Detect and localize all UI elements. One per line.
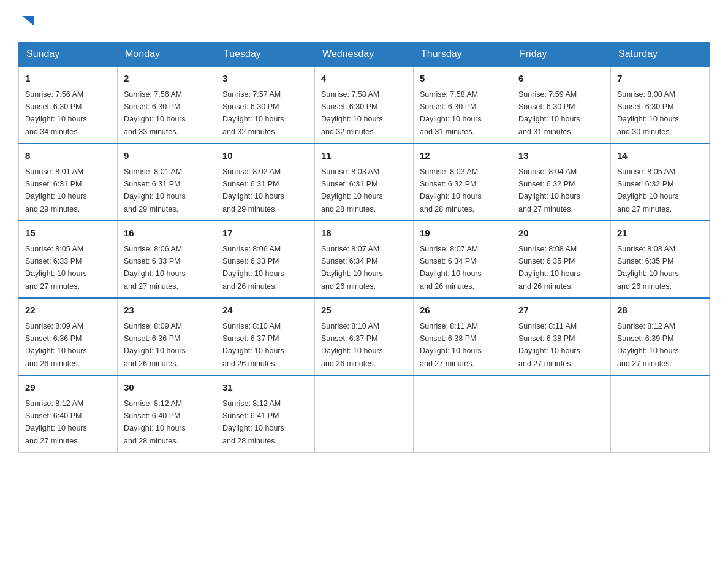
calendar-cell: 1Sunrise: 7:56 AMSunset: 6:30 PMDaylight…	[19, 66, 118, 144]
day-number: 12	[420, 149, 506, 163]
calendar-cell: 8Sunrise: 8:01 AMSunset: 6:31 PMDaylight…	[19, 144, 118, 221]
calendar-cell: 22Sunrise: 8:09 AMSunset: 6:36 PMDayligh…	[19, 298, 118, 375]
day-number: 16	[124, 226, 210, 240]
calendar-cell: 25Sunrise: 8:10 AMSunset: 6:37 PMDayligh…	[315, 298, 414, 375]
calendar-cell: 30Sunrise: 8:12 AMSunset: 6:40 PMDayligh…	[118, 375, 216, 453]
calendar-cell: 7Sunrise: 8:00 AMSunset: 6:30 PMDaylight…	[611, 66, 710, 144]
calendar-cell: 2Sunrise: 7:56 AMSunset: 6:30 PMDaylight…	[118, 66, 216, 144]
calendar-cell: 29Sunrise: 8:12 AMSunset: 6:40 PMDayligh…	[19, 375, 118, 453]
day-number: 14	[617, 149, 703, 163]
day-number: 7	[617, 72, 703, 86]
day-number: 17	[222, 226, 308, 240]
calendar-cell: 24Sunrise: 8:10 AMSunset: 6:37 PMDayligh…	[216, 298, 315, 375]
col-header-sunday: Sunday	[19, 42, 118, 67]
col-header-monday: Monday	[118, 42, 216, 67]
calendar-cell: 5Sunrise: 7:58 AMSunset: 6:30 PMDaylight…	[414, 66, 512, 144]
day-number: 8	[25, 149, 111, 163]
day-number: 5	[420, 72, 506, 86]
day-number: 1	[25, 72, 111, 86]
day-info: Sunrise: 8:03 AMSunset: 6:32 PMDaylight:…	[420, 167, 482, 213]
day-number: 29	[25, 381, 111, 395]
day-number: 11	[321, 149, 407, 163]
calendar-table: SundayMondayTuesdayWednesdayThursdayFrid…	[18, 42, 710, 453]
day-number: 24	[222, 304, 308, 318]
day-number: 18	[321, 226, 407, 240]
day-info: Sunrise: 8:02 AMSunset: 6:31 PMDaylight:…	[222, 167, 284, 213]
day-info: Sunrise: 8:08 AMSunset: 6:35 PMDaylight:…	[617, 245, 679, 291]
calendar-cell: 23Sunrise: 8:09 AMSunset: 6:36 PMDayligh…	[118, 298, 216, 375]
day-info: Sunrise: 8:07 AMSunset: 6:34 PMDaylight:…	[321, 245, 383, 291]
day-number: 23	[124, 304, 210, 318]
calendar-cell: 15Sunrise: 8:05 AMSunset: 6:33 PMDayligh…	[19, 221, 118, 298]
svg-marker-0	[22, 16, 34, 26]
day-number: 2	[124, 72, 210, 86]
day-info: Sunrise: 8:06 AMSunset: 6:33 PMDaylight:…	[222, 245, 284, 291]
day-number: 20	[518, 226, 604, 240]
day-number: 19	[420, 226, 506, 240]
calendar-week-5: 29Sunrise: 8:12 AMSunset: 6:40 PMDayligh…	[19, 375, 710, 453]
calendar-cell: 11Sunrise: 8:03 AMSunset: 6:31 PMDayligh…	[315, 144, 414, 221]
day-number: 25	[321, 304, 407, 318]
day-info: Sunrise: 7:58 AMSunset: 6:30 PMDaylight:…	[420, 90, 482, 136]
day-number: 28	[617, 304, 703, 318]
calendar-cell: 27Sunrise: 8:11 AMSunset: 6:38 PMDayligh…	[512, 298, 611, 375]
calendar-cell	[512, 375, 611, 453]
day-info: Sunrise: 8:10 AMSunset: 6:37 PMDaylight:…	[222, 322, 284, 368]
day-info: Sunrise: 7:57 AMSunset: 6:30 PMDaylight:…	[222, 90, 284, 136]
day-info: Sunrise: 7:56 AMSunset: 6:30 PMDaylight:…	[25, 90, 87, 136]
calendar-cell: 14Sunrise: 8:05 AMSunset: 6:32 PMDayligh…	[611, 144, 710, 221]
day-info: Sunrise: 8:12 AMSunset: 6:40 PMDaylight:…	[25, 399, 87, 445]
calendar-cell: 21Sunrise: 8:08 AMSunset: 6:35 PMDayligh…	[611, 221, 710, 298]
calendar-cell: 19Sunrise: 8:07 AMSunset: 6:34 PMDayligh…	[414, 221, 512, 298]
calendar-cell: 10Sunrise: 8:02 AMSunset: 6:31 PMDayligh…	[216, 144, 315, 221]
day-info: Sunrise: 7:58 AMSunset: 6:30 PMDaylight:…	[321, 90, 383, 136]
day-number: 4	[321, 72, 407, 86]
calendar-cell	[315, 375, 414, 453]
day-info: Sunrise: 8:00 AMSunset: 6:30 PMDaylight:…	[617, 90, 679, 136]
day-info: Sunrise: 8:05 AMSunset: 6:33 PMDaylight:…	[25, 245, 87, 291]
calendar-cell: 20Sunrise: 8:08 AMSunset: 6:35 PMDayligh…	[512, 221, 611, 298]
col-header-friday: Friday	[512, 42, 611, 67]
day-info: Sunrise: 8:09 AMSunset: 6:36 PMDaylight:…	[25, 322, 87, 368]
calendar-cell: 3Sunrise: 7:57 AMSunset: 6:30 PMDaylight…	[216, 66, 315, 144]
day-info: Sunrise: 7:59 AMSunset: 6:30 PMDaylight:…	[518, 90, 580, 136]
day-number: 3	[222, 72, 308, 86]
day-number: 30	[124, 381, 210, 395]
day-info: Sunrise: 7:56 AMSunset: 6:30 PMDaylight:…	[124, 90, 186, 136]
logo-icon	[20, 12, 37, 29]
calendar-cell: 17Sunrise: 8:06 AMSunset: 6:33 PMDayligh…	[216, 221, 315, 298]
day-info: Sunrise: 8:01 AMSunset: 6:31 PMDaylight:…	[25, 167, 87, 213]
day-info: Sunrise: 8:11 AMSunset: 6:38 PMDaylight:…	[518, 322, 580, 368]
col-header-tuesday: Tuesday	[216, 42, 315, 67]
day-info: Sunrise: 8:12 AMSunset: 6:39 PMDaylight:…	[617, 322, 679, 368]
calendar-cell: 31Sunrise: 8:12 AMSunset: 6:41 PMDayligh…	[216, 375, 315, 453]
day-number: 21	[617, 226, 703, 240]
page-header	[18, 12, 710, 29]
day-number: 9	[124, 149, 210, 163]
day-info: Sunrise: 8:07 AMSunset: 6:34 PMDaylight:…	[420, 245, 482, 291]
calendar-cell: 26Sunrise: 8:11 AMSunset: 6:38 PMDayligh…	[414, 298, 512, 375]
calendar-cell: 12Sunrise: 8:03 AMSunset: 6:32 PMDayligh…	[414, 144, 512, 221]
day-info: Sunrise: 8:04 AMSunset: 6:32 PMDaylight:…	[518, 167, 580, 213]
calendar-cell	[414, 375, 512, 453]
calendar-week-2: 8Sunrise: 8:01 AMSunset: 6:31 PMDaylight…	[19, 144, 710, 221]
day-number: 13	[518, 149, 604, 163]
day-number: 26	[420, 304, 506, 318]
calendar-cell: 13Sunrise: 8:04 AMSunset: 6:32 PMDayligh…	[512, 144, 611, 221]
day-info: Sunrise: 8:12 AMSunset: 6:40 PMDaylight:…	[124, 399, 186, 445]
col-header-saturday: Saturday	[611, 42, 710, 67]
day-info: Sunrise: 8:10 AMSunset: 6:37 PMDaylight:…	[321, 322, 383, 368]
day-info: Sunrise: 8:01 AMSunset: 6:31 PMDaylight:…	[124, 167, 186, 213]
calendar-week-3: 15Sunrise: 8:05 AMSunset: 6:33 PMDayligh…	[19, 221, 710, 298]
day-info: Sunrise: 8:08 AMSunset: 6:35 PMDaylight:…	[518, 245, 580, 291]
day-info: Sunrise: 8:05 AMSunset: 6:32 PMDaylight:…	[617, 167, 679, 213]
day-info: Sunrise: 8:11 AMSunset: 6:38 PMDaylight:…	[420, 322, 482, 368]
day-number: 27	[518, 304, 604, 318]
day-number: 15	[25, 226, 111, 240]
day-info: Sunrise: 8:03 AMSunset: 6:31 PMDaylight:…	[321, 167, 383, 213]
day-number: 10	[222, 149, 308, 163]
calendar-header-row: SundayMondayTuesdayWednesdayThursdayFrid…	[19, 42, 710, 67]
calendar-week-4: 22Sunrise: 8:09 AMSunset: 6:36 PMDayligh…	[19, 298, 710, 375]
calendar-cell: 4Sunrise: 7:58 AMSunset: 6:30 PMDaylight…	[315, 66, 414, 144]
day-number: 31	[222, 381, 308, 395]
